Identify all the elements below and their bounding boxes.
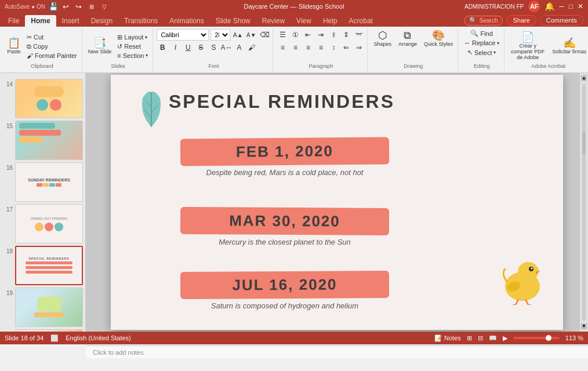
bold-btn[interactable]: B bbox=[157, 42, 168, 53]
view-normal-btn[interactable]: ⊞ bbox=[467, 334, 472, 342]
underline-btn[interactable]: U bbox=[182, 42, 194, 53]
layout-icon[interactable]: ⊞ bbox=[87, 2, 96, 11]
vertical-scrollbar[interactable]: ▲ ▼ bbox=[580, 73, 588, 332]
tab-file[interactable]: File bbox=[2, 15, 25, 27]
editing-controls: 🔍Find ↔Replace▾ ↖Select▾ bbox=[462, 29, 502, 63]
increase-font-btn[interactable]: A▲ bbox=[232, 29, 244, 41]
slide-thumb-20[interactable]: 20 CLASSROOM KIDS bbox=[2, 329, 83, 332]
ribbon-group-editing: 🔍Find ↔Replace▾ ↖Select▾ Editing bbox=[459, 28, 504, 71]
undo-icon[interactable]: ↩ bbox=[61, 2, 71, 11]
decrease-font-btn[interactable]: A▼ bbox=[245, 29, 257, 41]
search-box[interactable]: 🔍 Search bbox=[464, 16, 503, 26]
highlight-btn[interactable]: 🖌 bbox=[246, 42, 257, 53]
align-center-btn[interactable]: ≡ bbox=[289, 42, 301, 53]
scroll-thumb[interactable] bbox=[582, 132, 586, 155]
slide-thumb-17[interactable]: 17 DINING OUT FRIENDS bbox=[2, 204, 83, 243]
create-pdf-icon: 📄 bbox=[521, 32, 534, 42]
columns-btn[interactable]: ⦀ bbox=[328, 29, 339, 41]
scroll-down-btn[interactable]: ▼ bbox=[581, 323, 587, 329]
numbering-btn[interactable]: ① bbox=[289, 29, 301, 41]
editing-label: Editing bbox=[474, 63, 490, 70]
cut-button[interactable]: ✂Cut bbox=[24, 33, 79, 42]
slide-thumb-15[interactable]: 15 bbox=[2, 121, 83, 160]
notes-accessibility-icon: ⬜ bbox=[50, 334, 59, 342]
user-avatar[interactable]: AF bbox=[528, 1, 540, 12]
request-sign-button[interactable]: ✍ Solicitar firmas bbox=[550, 37, 588, 56]
slide-thumb-16[interactable]: 16 SUNDAY REMINDERS bbox=[2, 162, 83, 202]
copy-button[interactable]: ⧉Copy bbox=[24, 42, 79, 51]
ribbon-group-font: Calibri 28 A▲ A▼ ⌫ B I U S S A↔ A 🖌 Font bbox=[154, 28, 273, 71]
tab-review[interactable]: Review bbox=[256, 15, 291, 27]
font-color-btn[interactable]: A bbox=[233, 42, 245, 53]
select-button[interactable]: ↖Select▾ bbox=[465, 48, 499, 57]
format-painter-button[interactable]: 🖌Format Painter bbox=[24, 52, 79, 60]
title-bar: AutoSave ● ON 💾 ↩ ↪ ⊞ ▽ Daycare Center —… bbox=[0, 0, 588, 13]
notes-bar[interactable]: Click to add notes bbox=[86, 345, 588, 358]
zoom-thumb[interactable] bbox=[546, 335, 551, 341]
slide-canvas: SPECIAL REMINDERS FEB 1, 2020 Despite be… bbox=[111, 75, 563, 330]
shapes-button[interactable]: ⬡ Shapes bbox=[371, 29, 394, 48]
notification-icon[interactable]: 🔔 bbox=[545, 2, 554, 11]
slide-thumb-19[interactable]: 19 bbox=[2, 288, 83, 327]
ltr-btn[interactable]: ⇒ bbox=[353, 42, 365, 53]
click-to-add-notes: Click to add notes bbox=[93, 349, 143, 356]
tab-acrobat[interactable]: Acrobat bbox=[343, 15, 379, 27]
align-right-btn[interactable]: ≡ bbox=[302, 42, 314, 53]
save-icon[interactable]: 💾 bbox=[49, 2, 58, 11]
view-presenter-btn[interactable]: ▶ bbox=[503, 334, 507, 342]
tab-help[interactable]: Help bbox=[317, 15, 343, 27]
share-button[interactable]: Share bbox=[506, 15, 536, 26]
find-button[interactable]: 🔍Find bbox=[468, 29, 495, 38]
comments-button[interactable]: Comments bbox=[540, 15, 583, 26]
tab-view[interactable]: View bbox=[291, 15, 317, 27]
replace-button[interactable]: ↔Replace▾ bbox=[462, 39, 502, 47]
layout-button[interactable]: ⊞Layout▾ bbox=[115, 33, 150, 42]
increase-indent-btn[interactable]: ⇥ bbox=[315, 29, 326, 41]
section-button[interactable]: ≡Section▾ bbox=[115, 52, 150, 60]
tab-design[interactable]: Design bbox=[85, 15, 118, 27]
tab-insert[interactable]: Insert bbox=[56, 15, 85, 27]
line-spacing-btn[interactable]: ↕ bbox=[328, 42, 339, 53]
justify-btn[interactable]: ≡ bbox=[315, 42, 326, 53]
ribbon-group-clipboard: 📋 Paste ✂Cut ⧉Copy 🖌Format Painter Clipb… bbox=[2, 28, 82, 71]
zoom-slider[interactable] bbox=[513, 337, 560, 339]
create-pdf-button[interactable]: 📄 Crear y compartir PDF de Adobe bbox=[508, 31, 547, 61]
status-bar: Slide 18 of 34 ⬜ English (United States)… bbox=[0, 332, 588, 344]
view-slide-sorter-btn[interactable]: ⊟ bbox=[478, 334, 483, 342]
slide-thumb-14[interactable]: 14 bbox=[2, 79, 83, 118]
smart-art-btn[interactable]: ⌤ bbox=[353, 29, 365, 41]
maximize-icon[interactable]: □ bbox=[569, 2, 573, 10]
bullets-btn[interactable]: ☰ bbox=[277, 29, 288, 41]
clear-format-btn[interactable]: ⌫ bbox=[259, 29, 270, 41]
tab-home[interactable]: Home bbox=[25, 15, 56, 27]
font-size-select[interactable]: 28 bbox=[210, 29, 230, 41]
tab-transitions[interactable]: Transitions bbox=[118, 15, 164, 27]
slide-num-15: 15 bbox=[2, 123, 13, 129]
quick-styles-button[interactable]: 🎨 Quick Styles bbox=[422, 29, 455, 48]
reset-button[interactable]: ↺Reset bbox=[115, 42, 150, 51]
decrease-indent-btn[interactable]: ⇤ bbox=[302, 29, 314, 41]
shadow-btn[interactable]: S bbox=[208, 42, 219, 53]
align-left-btn[interactable]: ≡ bbox=[277, 42, 288, 53]
slide-img-18: SPECIAL REMINDERS bbox=[15, 246, 83, 285]
notes-btn[interactable]: 📝 Notes bbox=[434, 334, 461, 342]
arrange-button[interactable]: ⧉ Arrange bbox=[396, 29, 419, 48]
text-direction-btn[interactable]: ⇕ bbox=[340, 29, 352, 41]
redo-icon[interactable]: ↪ bbox=[74, 2, 84, 11]
view-reading-btn[interactable]: 📖 bbox=[489, 334, 497, 342]
strikethrough-btn[interactable]: S bbox=[195, 42, 206, 53]
close-icon[interactable]: ✕ bbox=[578, 2, 583, 10]
font-family-select[interactable]: Calibri bbox=[157, 29, 209, 41]
expand-icon[interactable]: ▽ bbox=[100, 2, 109, 11]
slide-num-18: 18 bbox=[2, 248, 13, 254]
char-spacing-btn[interactable]: A↔ bbox=[220, 42, 232, 53]
new-slide-button[interactable]: 📑 New Slide bbox=[86, 37, 114, 56]
tab-slideshow[interactable]: Slide Show bbox=[210, 15, 256, 27]
slide-thumb-18[interactable]: 18 SPECIAL REMINDERS bbox=[2, 246, 83, 285]
tab-animations[interactable]: Animations bbox=[164, 15, 209, 27]
paste-button[interactable]: 📋 Paste bbox=[5, 37, 23, 56]
scroll-up-btn[interactable]: ▲ bbox=[581, 75, 587, 81]
italic-btn[interactable]: I bbox=[169, 42, 181, 53]
rtl-btn[interactable]: ⇐ bbox=[340, 42, 352, 53]
minimize-icon[interactable]: ─ bbox=[559, 2, 564, 10]
